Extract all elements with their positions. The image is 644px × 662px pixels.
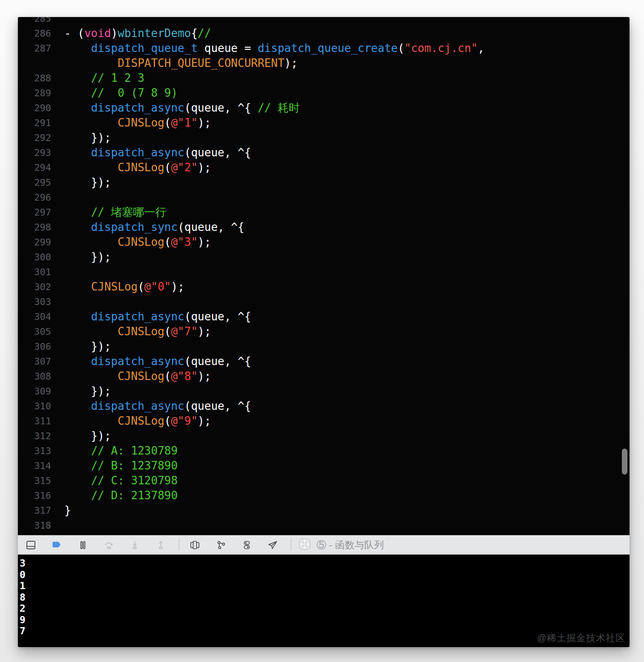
code-line: 292 });	[18, 130, 630, 145]
line-number[interactable]: 287	[18, 41, 51, 56]
code-line: 305 CJNSLog(@"7");	[18, 324, 630, 339]
pause-button[interactable]	[73, 536, 92, 553]
code-line: 301	[18, 265, 630, 279]
watermark-text: @稀土掘金技术社区	[537, 633, 625, 644]
line-number[interactable]: 288	[18, 71, 51, 86]
line-number[interactable]: 294	[18, 160, 51, 175]
code-line: 291 CJNSLog(@"1");	[18, 115, 630, 130]
step-into-icon	[129, 539, 141, 551]
line-number[interactable]: 316	[18, 488, 51, 503]
scrollbar-thumb[interactable]	[622, 449, 627, 475]
console-line: 1	[20, 580, 630, 592]
line-number[interactable]: 289	[18, 86, 51, 101]
line-number[interactable]: 285	[18, 17, 51, 26]
line-number[interactable]: 298	[18, 220, 51, 235]
line-number[interactable]	[18, 56, 51, 71]
console-line: 8	[20, 592, 630, 603]
hide-debug-area-button[interactable]	[21, 536, 40, 553]
step-out-button[interactable]	[151, 536, 170, 553]
line-number[interactable]: 300	[18, 250, 51, 265]
code-text	[51, 294, 64, 309]
code-text: dispatch_sync(queue, ^{	[51, 220, 244, 235]
code-text: // 堵塞哪一行	[51, 205, 167, 220]
console-lines: 3018297	[20, 558, 630, 637]
line-number[interactable]: 315	[18, 473, 51, 488]
line-number[interactable]: 305	[18, 324, 51, 339]
code-line: 302 CJNSLog(@"0");	[18, 279, 630, 294]
code-line: 315 // C: 3120798	[18, 473, 630, 488]
code-text: dispatch_async(queue, ^{ // 耗时	[51, 101, 300, 115]
code-line: 306 });	[18, 339, 630, 354]
console-line: 9	[20, 614, 630, 626]
breakpoints-icon	[51, 539, 63, 551]
toolbar-separator	[179, 539, 179, 551]
code-text: // D: 2137890	[51, 488, 178, 503]
code-text: // 0 (7 8 9)	[51, 86, 178, 101]
memory-graph-button[interactable]	[211, 536, 230, 553]
code-line: 312 });	[18, 429, 630, 443]
code-text: CJNSLog(@"3");	[51, 235, 211, 250]
code-line: 286- (void)wbinterDemo{//	[18, 26, 630, 41]
code-line: 309 });	[18, 384, 630, 399]
code-text: CJNSLog(@"7");	[51, 324, 211, 339]
line-number[interactable]: 301	[18, 265, 51, 279]
line-number[interactable]: 309	[18, 384, 51, 399]
line-number[interactable]: 292	[18, 130, 51, 145]
code-line: 294 CJNSLog(@"2");	[18, 160, 630, 175]
code-text: DISPATCH_QUEUE_CONCURRENT);	[51, 56, 298, 71]
code-text: CJNSLog(@"0");	[51, 279, 184, 294]
breakpoints-toggle-button[interactable]	[47, 536, 66, 553]
console-area[interactable]: 3018297 @稀土掘金技术社区	[18, 555, 630, 647]
code-line: 287 dispatch_queue_t queue = dispatch_qu…	[18, 41, 630, 56]
code-line: 310 dispatch_async(queue, ^{	[18, 399, 630, 414]
code-text: });	[51, 175, 111, 190]
line-number[interactable]: 286	[18, 26, 51, 41]
code-text	[51, 190, 64, 205]
console-line: 0	[20, 569, 630, 581]
code-line: 316 // D: 2137890	[18, 488, 630, 503]
process-selector[interactable]: ⑤ - 函数与队列	[298, 538, 384, 553]
line-number[interactable]: 313	[18, 443, 51, 458]
line-number[interactable]: 293	[18, 145, 51, 160]
pause-icon	[77, 539, 89, 551]
hide-debug-area-icon	[25, 539, 37, 551]
line-number[interactable]: 318	[18, 518, 51, 533]
line-number[interactable]: 310	[18, 399, 51, 414]
code-text	[51, 518, 64, 533]
simulate-location-button[interactable]	[263, 536, 282, 553]
line-number[interactable]: 290	[18, 101, 51, 115]
line-number[interactable]: 307	[18, 354, 51, 369]
line-number[interactable]: 295	[18, 175, 51, 190]
code-text: // 1 2 3	[51, 71, 144, 86]
code-text: // A: 1230789	[51, 443, 178, 458]
view-hierarchy-button[interactable]	[185, 536, 204, 553]
line-number[interactable]: 299	[18, 235, 51, 250]
step-over-button[interactable]	[99, 536, 118, 553]
code-line: 297 // 堵塞哪一行	[18, 205, 630, 220]
toolbar-separator	[291, 539, 291, 551]
line-number[interactable]: 311	[18, 414, 51, 429]
line-number[interactable]: 302	[18, 279, 51, 294]
line-number[interactable]: 308	[18, 369, 51, 384]
code-text: dispatch_async(queue, ^{	[51, 354, 251, 369]
line-number[interactable]: 317	[18, 503, 51, 518]
view-hierarchy-icon	[189, 539, 201, 551]
environment-overrides-button[interactable]	[237, 536, 256, 553]
code-line: 293 dispatch_async(queue, ^{	[18, 145, 630, 160]
line-number[interactable]: 304	[18, 309, 51, 324]
line-number[interactable]: 306	[18, 339, 51, 354]
line-number[interactable]: 296	[18, 190, 51, 205]
source-editor[interactable]: 285286- (void)wbinterDemo{//287 dispatch…	[18, 17, 630, 535]
line-number[interactable]: 303	[18, 294, 51, 309]
code-text: dispatch_async(queue, ^{	[51, 309, 251, 324]
process-name-label: ⑤ - 函数与队列	[316, 538, 384, 552]
code-text: }	[51, 503, 71, 518]
code-text	[51, 17, 64, 26]
console-line: 2	[20, 603, 630, 614]
step-into-button[interactable]	[125, 536, 144, 553]
line-number[interactable]: 314	[18, 458, 51, 473]
environment-overrides-icon	[241, 539, 253, 551]
line-number[interactable]: 312	[18, 429, 51, 443]
line-number[interactable]: 297	[18, 205, 51, 220]
line-number[interactable]: 291	[18, 115, 51, 130]
